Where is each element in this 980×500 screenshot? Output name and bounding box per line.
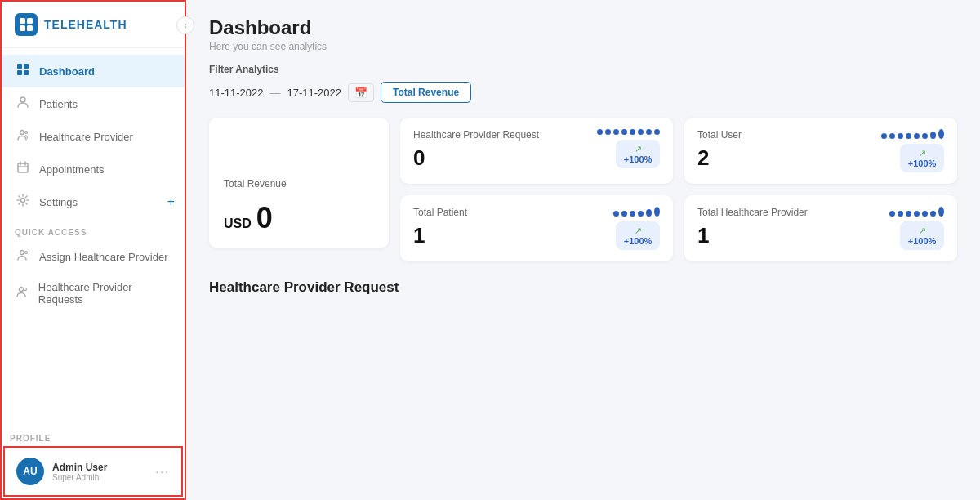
svg-rect-0	[20, 18, 25, 24]
appointments-icon	[15, 161, 31, 177]
svg-rect-2	[20, 25, 25, 31]
app-name: TELEHEALTH	[44, 18, 127, 31]
stat-label-provider-request: Healthcare Provider Request	[413, 129, 539, 141]
profile-menu-button[interactable]: ···	[155, 465, 170, 478]
svg-rect-6	[17, 70, 22, 75]
svg-rect-7	[24, 70, 29, 75]
sidebar-collapse-button[interactable]: ‹	[176, 16, 194, 34]
profile-role: Super Admin	[52, 473, 147, 482]
provider-requests-icon	[15, 285, 30, 301]
bottom-section-title: Healthcare Provider Request	[209, 279, 957, 296]
main-content: Dashboard Here you can see analytics Fil…	[186, 0, 980, 500]
healthcare-provider-icon	[15, 128, 31, 145]
stat-value-total-healthcare: 1	[697, 223, 808, 248]
stat-card-total-user: Total User 2 ↗	[684, 118, 957, 184]
page-subtitle: Here you can see analytics	[209, 41, 957, 52]
stat-label-total-healthcare: Total Healthcare Provider	[697, 207, 808, 218]
stat-card-total-patient: Total Patient 1 ↗ +100%	[400, 195, 673, 261]
svg-point-12	[21, 199, 25, 203]
stat-badge-total-healthcare: ↗ +100%	[900, 221, 944, 250]
patients-icon	[15, 96, 31, 112]
stat-value-total-patient: 1	[413, 223, 467, 248]
svg-point-15	[20, 288, 24, 292]
sidebar-item-appointments[interactable]: Appointments	[2, 153, 185, 185]
sidebar-item-provider-requests[interactable]: Healthcare Provider Requests	[2, 273, 185, 314]
profile-info: Admin User Super Admin	[52, 462, 147, 482]
sidebar-logo-area: TELEHEALTH ‹	[2, 2, 185, 48]
date-separator: —	[270, 87, 281, 99]
sidebar-item-label: Healthcare Provider	[39, 131, 133, 143]
stat-label-total-patient: Total Patient	[413, 207, 467, 218]
total-revenue-button[interactable]: Total Revenue	[381, 82, 471, 103]
sidebar: TELEHEALTH ‹ Dashboard	[0, 0, 186, 500]
revenue-label: Total Revenue	[224, 178, 287, 190]
svg-point-10	[25, 132, 28, 134]
svg-rect-4	[17, 64, 22, 69]
sidebar-item-label: Dashboard	[39, 65, 95, 78]
quick-access-label: QUICK ACCESS	[2, 218, 185, 240]
stat-card-provider-request: Healthcare Provider Request 0	[400, 118, 673, 184]
stat-value-provider-request: 0	[413, 145, 539, 171]
sidebar-item-dashboard[interactable]: Dashboard	[2, 55, 185, 87]
svg-point-16	[24, 288, 27, 291]
svg-rect-3	[27, 25, 33, 31]
filter-analytics-label: Filter Analytics	[209, 64, 957, 75]
stat-badge-provider-request: ↗ +100%	[616, 140, 660, 168]
sidebar-nav: Dashboard Patients Healthc	[2, 48, 185, 429]
profile-name: Admin User	[52, 462, 147, 473]
sidebar-item-label: Settings	[39, 196, 78, 208]
svg-point-9	[20, 131, 24, 135]
settings-plus-button[interactable]: +	[167, 194, 175, 209]
svg-rect-5	[24, 64, 29, 69]
stat-card-total-healthcare: Total Healthcare Provider 1 ↗	[684, 195, 957, 261]
total-revenue-card: Total Revenue USD 0	[209, 118, 389, 248]
logo-icon	[15, 13, 38, 36]
stat-badge-total-patient: ↗ +100%	[616, 221, 660, 250]
sidebar-item-label: Appointments	[39, 163, 105, 176]
date-to: 17-11-2022	[287, 87, 342, 99]
dashboard-icon	[15, 63, 31, 79]
avatar: AU	[16, 458, 44, 485]
svg-rect-11	[18, 163, 28, 172]
svg-point-14	[25, 252, 28, 254]
date-from: 11-11-2022	[209, 87, 264, 99]
stat-badge-total-user: ↗ +100%	[900, 144, 944, 172]
sidebar-item-label: Assign Healthcare Provider	[39, 251, 168, 263]
sidebar-item-patients[interactable]: Patients	[2, 87, 185, 120]
svg-point-8	[20, 97, 25, 102]
stat-label-total-user: Total User	[697, 129, 742, 141]
page-title: Dashboard	[209, 16, 957, 39]
sidebar-item-settings[interactable]: Settings +	[2, 185, 185, 218]
profile-section-label: PROFILE	[2, 429, 185, 446]
sidebar-item-assign-provider[interactable]: Assign Healthcare Provider	[2, 240, 185, 273]
assign-provider-icon	[15, 248, 31, 265]
sidebar-item-label: Healthcare Provider Requests	[38, 281, 172, 306]
svg-rect-1	[27, 18, 33, 24]
revenue-currency: USD	[224, 217, 252, 231]
svg-point-13	[20, 251, 24, 255]
profile-section: AU Admin User Super Admin ···	[3, 446, 183, 497]
sidebar-item-healthcare-provider[interactable]: Healthcare Provider	[2, 120, 185, 153]
settings-icon	[15, 194, 31, 210]
sidebar-item-label: Patients	[39, 98, 78, 110]
revenue-value: 0	[256, 201, 273, 235]
calendar-button[interactable]: 📅	[348, 83, 374, 102]
stat-value-total-user: 2	[697, 145, 742, 171]
